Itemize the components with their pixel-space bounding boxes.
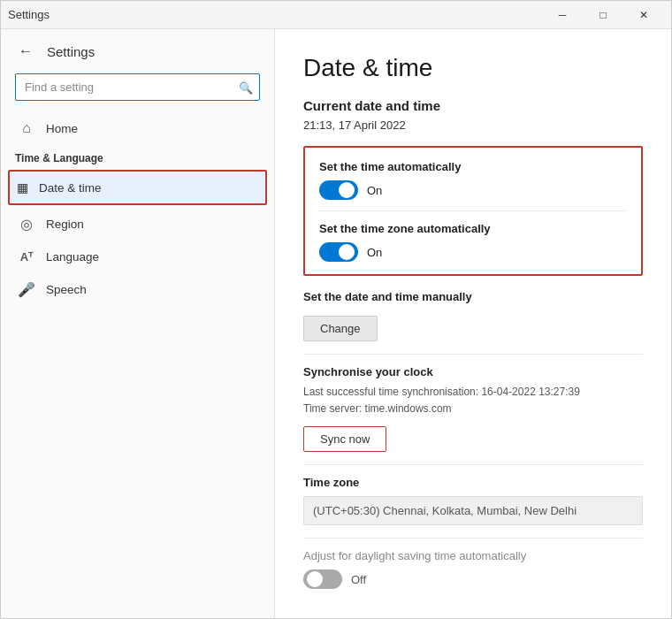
sidebar-item-region[interactable]: ◎ Region <box>1 207 274 241</box>
auto-time-toggle[interactable] <box>319 180 358 200</box>
manual-separator <box>303 354 643 355</box>
page-title: Date & time <box>303 54 643 82</box>
back-button[interactable]: ← <box>15 40 36 63</box>
search-icon: 🔍 <box>239 80 253 94</box>
date-time-border: ▦ Date & time <box>8 170 267 205</box>
speech-icon: 🎤 <box>18 281 35 298</box>
search-box: 🔍 <box>15 73 260 101</box>
auto-timezone-toggle[interactable] <box>319 242 358 262</box>
auto-settings-separator <box>319 210 627 211</box>
content-area: ← Settings 🔍 ⌂ Home Time & Language ▦ <box>1 29 671 618</box>
auto-time-toggle-row: On <box>319 180 627 200</box>
timezone-label: Time zone <box>303 476 643 489</box>
daylight-state: Off <box>351 573 366 586</box>
sync-label: Synchronise your clock <box>303 365 643 378</box>
daylight-toggle-row: Off <box>303 569 643 589</box>
daylight-toggle[interactable] <box>303 569 342 589</box>
auto-settings-box: Set the time automatically On Set the ti… <box>303 146 643 276</box>
sidebar-item-home-label: Home <box>46 122 78 135</box>
sidebar-item-language-label: Language <box>46 250 99 264</box>
titlebar-left: Settings <box>8 8 50 21</box>
sidebar-item-date-time[interactable]: ▦ Date & time <box>10 172 265 203</box>
settings-window: Settings ─ □ ✕ ← Settings 🔍 ⌂ <box>0 0 672 619</box>
auto-timezone-state: On <box>367 246 382 259</box>
region-icon: ◎ <box>18 216 35 233</box>
search-input[interactable] <box>15 73 260 101</box>
back-icon: ← <box>19 43 33 58</box>
manual-section: Set the date and time manually Change <box>303 290 643 341</box>
language-icon: Aᵀ <box>18 250 35 264</box>
sidebar-section-label: Time & Language <box>1 145 274 168</box>
timezone-dropdown[interactable]: (UTC+05:30) Chennai, Kolkata, Mumbai, Ne… <box>303 496 643 525</box>
auto-timezone-section: Set the time zone automatically On <box>319 222 627 262</box>
titlebar: Settings ─ □ ✕ <box>1 1 671 29</box>
sync-now-button[interactable]: Sync now <box>303 426 386 452</box>
sidebar-item-home[interactable]: ⌂ Home <box>1 111 274 145</box>
sync-separator <box>303 464 643 465</box>
timezone-section: Time zone (UTC+05:30) Chennai, Kolkata, … <box>303 476 643 525</box>
daylight-section: Adjust for daylight saving time automati… <box>303 549 643 589</box>
sync-last: Last successful time synchronisation: 16… <box>303 384 643 401</box>
titlebar-controls: ─ □ ✕ <box>542 1 664 29</box>
minimize-button[interactable]: ─ <box>542 1 583 29</box>
sync-server: Time server: time.windows.com <box>303 401 643 417</box>
close-button[interactable]: ✕ <box>623 1 664 29</box>
main-panel: Date & time Current date and time 21:13,… <box>275 29 671 618</box>
sidebar-header: ← Settings <box>1 29 274 73</box>
auto-time-state: On <box>367 184 382 197</box>
sidebar-active-outline: ▦ Date & time <box>8 170 267 205</box>
sidebar-item-date-time-label: Date & time <box>39 181 102 195</box>
current-section-title: Current date and time <box>303 98 643 113</box>
sidebar-item-language[interactable]: Aᵀ Language <box>1 241 274 272</box>
current-datetime: 21:13, 17 April 2022 <box>303 118 643 132</box>
sidebar: ← Settings 🔍 ⌂ Home Time & Language ▦ <box>1 29 275 618</box>
sidebar-app-title: Settings <box>47 44 95 59</box>
timezone-separator <box>303 538 643 539</box>
maximize-button[interactable]: □ <box>583 1 623 29</box>
home-icon: ⌂ <box>18 120 35 136</box>
auto-timezone-label: Set the time zone automatically <box>319 222 627 235</box>
change-button[interactable]: Change <box>303 316 378 341</box>
sync-section: Synchronise your clock Last successful t… <box>303 365 643 452</box>
auto-time-label: Set the time automatically <box>319 160 627 173</box>
date-time-icon: ▦ <box>17 180 28 195</box>
manual-label: Set the date and time manually <box>303 290 643 303</box>
sidebar-item-speech[interactable]: 🎤 Speech <box>1 272 274 307</box>
settings-title: Settings <box>8 8 50 21</box>
sidebar-item-region-label: Region <box>46 218 84 231</box>
daylight-label: Adjust for daylight saving time automati… <box>303 549 643 562</box>
sidebar-item-speech-label: Speech <box>46 283 87 296</box>
auto-timezone-toggle-row: On <box>319 242 627 262</box>
auto-time-section: Set the time automatically On <box>319 160 627 200</box>
